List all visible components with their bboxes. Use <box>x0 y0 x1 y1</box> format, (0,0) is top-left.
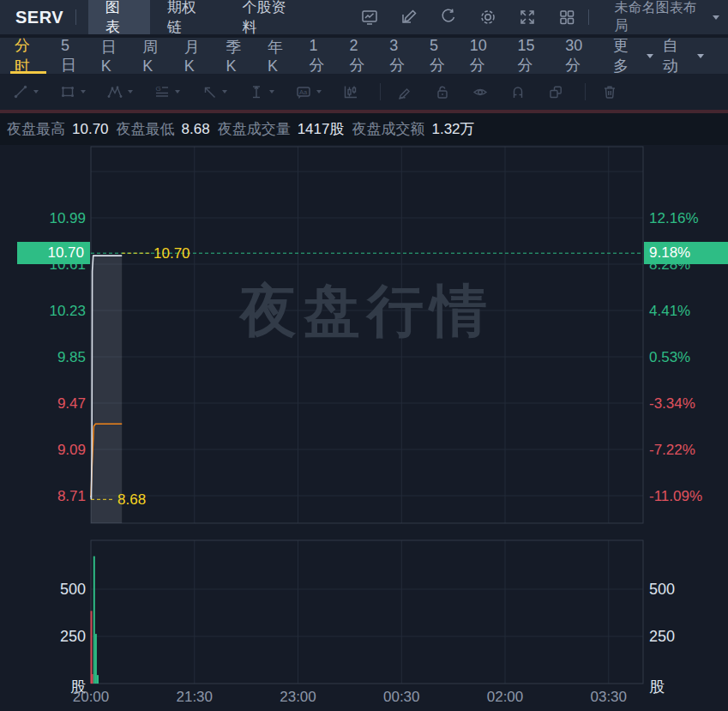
stat-value: 1.32万 <box>431 119 474 139</box>
timeframe-15分[interactable]: 15分 <box>508 38 557 74</box>
svg-text:G: G <box>156 85 161 93</box>
price-area-fill <box>91 256 122 523</box>
chart-preview-icon[interactable] <box>360 8 379 27</box>
symbol-label: SERV <box>15 8 63 27</box>
header-tab-2[interactable]: 个股资料 <box>225 0 313 34</box>
timeframe-年K[interactable]: 年K <box>258 38 300 74</box>
x-axis-label: 03:30 <box>590 689 627 706</box>
timeframe-label: 2分 <box>349 37 370 75</box>
timeframe-label: 季K <box>226 37 249 75</box>
label-icon: Aa <box>295 83 312 100</box>
candlestick-tool[interactable] <box>342 83 359 100</box>
edit-icon[interactable] <box>400 8 418 27</box>
unlock-tool[interactable] <box>434 83 451 100</box>
duplicate-tool[interactable] <box>547 83 564 100</box>
high-price-marker: 10.70 <box>153 246 190 261</box>
trash-tool[interactable] <box>601 83 618 100</box>
percent-axis-label: 0.53% <box>649 350 690 365</box>
arrow-tool[interactable] <box>201 83 227 100</box>
timeframe-label: 3分 <box>389 37 411 75</box>
gann-lines-tool[interactable]: G <box>153 83 180 100</box>
timeframe-5日[interactable]: 5日 <box>51 38 92 74</box>
timeframe-label: 月K <box>184 37 208 75</box>
draw-pencil-icon <box>396 83 413 100</box>
drawing-toolbar: GAa <box>0 74 728 110</box>
trend-line-tool[interactable] <box>12 83 39 100</box>
timeframe-items: 分时5日日K周K月K季K年K1分2分3分5分10分15分30分 <box>5 38 604 74</box>
stat-label: 夜盘成交量 <box>218 119 291 139</box>
magnet-tool[interactable] <box>509 83 526 100</box>
timeframe-label: 年K <box>268 37 291 75</box>
timeframe-label: 周K <box>142 37 165 75</box>
label-tool[interactable]: Aa <box>295 83 322 100</box>
timeframe-10分[interactable]: 10分 <box>460 38 508 74</box>
volume-bar <box>92 674 93 684</box>
timeframe-2分[interactable]: 2分 <box>340 38 380 74</box>
stat-value: 8.68 <box>182 121 210 138</box>
timeframe-3分[interactable]: 3分 <box>380 38 420 74</box>
price-pane-border <box>91 147 643 523</box>
price-axis-label: 10.99 <box>49 211 86 226</box>
rectangle-tool[interactable] <box>59 83 86 100</box>
timeframe-5分[interactable]: 5分 <box>420 38 460 74</box>
arrow-icon <box>201 83 218 100</box>
session-stat: 夜盘最高10.70 <box>7 119 109 139</box>
volume-bar <box>95 634 97 684</box>
settings-icon[interactable] <box>478 8 497 27</box>
toolbar-divider <box>380 83 381 100</box>
percent-axis-label: 12.16% <box>649 211 699 226</box>
eye-tool[interactable] <box>472 83 489 100</box>
session-stat: 夜盘成交量1417股 <box>218 119 345 139</box>
separator <box>588 9 589 25</box>
auto-scale-selector[interactable]: 自动 <box>663 38 724 74</box>
toolbar-divider <box>585 83 586 100</box>
price-axis-label: 10.61 <box>49 257 86 272</box>
trend-line-icon <box>12 83 29 100</box>
volume-unit-label: 股 <box>70 677 86 697</box>
chart-layout-selector[interactable]: 未命名图表布局 <box>615 0 719 35</box>
auto-scale-label: 自动 <box>663 35 691 76</box>
timeframe-more-button[interactable]: 更多 <box>604 38 663 74</box>
header-tab-0[interactable]: 图表 <box>88 0 150 34</box>
header-tabs: 图表期权链个股资料 <box>88 0 314 34</box>
magnet-icon <box>509 83 526 100</box>
trash-icon <box>601 83 618 100</box>
chevron-down-icon <box>33 90 39 93</box>
volume-axis-label: 500 <box>60 581 86 599</box>
refresh-icon[interactable] <box>439 8 458 27</box>
timeframe-label: 10分 <box>470 37 499 75</box>
timeframe-日K[interactable]: 日K <box>92 38 134 74</box>
text-height-tool[interactable] <box>248 83 274 100</box>
x-axis-label: 02:00 <box>487 689 524 706</box>
current-price-badge: 10.70 <box>17 242 90 264</box>
fullscreen-icon[interactable] <box>518 8 537 27</box>
timeframe-label: 日K <box>101 37 124 75</box>
price-axis-label: 9.85 <box>57 350 86 365</box>
timeframe-分时[interactable]: 分时 <box>5 38 51 74</box>
session-stats-bar: 夜盘最高10.70夜盘最低8.68夜盘成交量1417股夜盘成交额1.32万 <box>0 113 728 145</box>
watermark: 夜盘行情 <box>240 273 494 350</box>
volume-axis-label: 250 <box>60 628 86 646</box>
timeframe-月K[interactable]: 月K <box>175 38 217 74</box>
svg-text:Aa: Aa <box>299 88 308 96</box>
timeframe-季K[interactable]: 季K <box>216 38 258 74</box>
price-axis-label: 8.71 <box>57 489 86 503</box>
timeframe-30分[interactable]: 30分 <box>556 38 604 74</box>
session-stat: 夜盘成交额1.32万 <box>352 119 474 139</box>
chevron-down-icon <box>316 90 322 93</box>
header-tab-1[interactable]: 期权链 <box>150 0 226 34</box>
timeframe-周K[interactable]: 周K <box>133 38 175 74</box>
timeframe-more-label: 更多 <box>613 35 641 76</box>
price-axis-label: 10.23 <box>49 304 86 318</box>
price-axis-label: 9.09 <box>57 443 86 457</box>
timeframe-1分[interactable]: 1分 <box>300 38 340 74</box>
draw-pencil-tool[interactable] <box>396 83 413 100</box>
layout-grid-icon[interactable] <box>557 8 576 27</box>
stat-label: 夜盘成交额 <box>352 119 424 139</box>
volume-unit-label: 股 <box>649 677 665 697</box>
volume-pane-border <box>91 540 643 684</box>
wave-pattern-tool[interactable] <box>106 83 133 100</box>
stat-value: 10.70 <box>72 121 109 138</box>
x-axis-label: 20:00 <box>73 689 110 706</box>
chevron-down-icon <box>128 90 133 93</box>
